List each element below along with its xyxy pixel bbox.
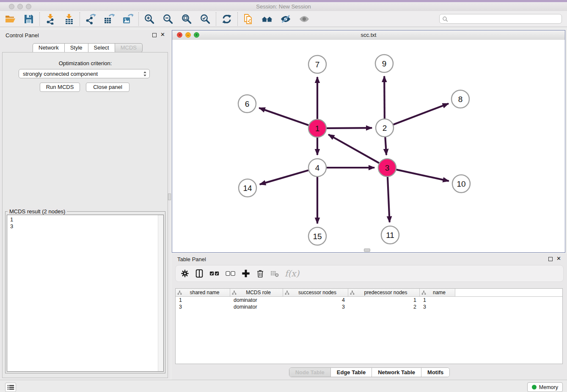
show-hidden-button[interactable] [297, 13, 311, 25]
session-title: Session: New Session [0, 3, 567, 10]
node-label: 11 [386, 231, 394, 240]
first-neighbors-button[interactable] [260, 13, 274, 25]
close-panel-button[interactable]: Close panel [86, 83, 129, 92]
table-cell[interactable]: 3 [283, 304, 348, 310]
table-float-panel-icon[interactable] [548, 257, 553, 261]
select-all-columns-button[interactable] [209, 268, 220, 279]
table-cell[interactable]: 2 [348, 304, 420, 310]
table-row[interactable]: 1dominator411 [176, 297, 562, 304]
node-label: 14 [243, 184, 252, 193]
graph-edge-2-3[interactable] [385, 137, 386, 155]
show-column-button[interactable] [195, 268, 204, 279]
node-label: 10 [457, 179, 465, 188]
tab-select[interactable]: Select [88, 43, 115, 52]
graph-node-9[interactable]: 9 [375, 55, 393, 72]
import-table-button[interactable] [62, 13, 76, 25]
open-session-button[interactable] [3, 13, 17, 25]
graph-node-11[interactable]: 11 [381, 226, 399, 244]
task-history-button[interactable] [5, 383, 16, 392]
panel-splitter-grip[interactable] [168, 193, 171, 200]
refresh-view-button[interactable] [220, 13, 234, 25]
network-canvas[interactable]: 7968124314101511 [172, 40, 565, 252]
graph-edge-2-9[interactable] [384, 76, 385, 119]
hierarchy-icon [348, 290, 355, 295]
graph-node-1[interactable]: 1 [308, 119, 326, 137]
table-cell[interactable]: 1 [176, 297, 230, 303]
tab-edge-table[interactable]: Edge Table [330, 368, 372, 377]
zoom-out-button[interactable] [161, 13, 175, 25]
toolbar-separator [39, 12, 40, 26]
export-network-button[interactable] [84, 13, 97, 25]
table-panel-header: Table Panel ✕ [172, 254, 567, 265]
graph-edge-1-6[interactable] [259, 108, 308, 125]
node-table-body: 1dominator4113dominator323 [176, 297, 562, 310]
canvas-hscroll-thumb[interactable] [364, 248, 370, 252]
deselect-all-columns-button[interactable] [226, 268, 236, 279]
table-cell[interactable]: dominator [230, 297, 283, 303]
tab-mcds[interactable]: MCDS [115, 43, 143, 52]
tab-network-table[interactable]: Network Table [372, 368, 421, 377]
tab-node-table[interactable]: Node Table [289, 368, 330, 377]
graph-node-15[interactable]: 15 [308, 227, 326, 245]
memory-button[interactable]: Memory [527, 382, 563, 392]
zoom-in-button[interactable] [143, 13, 156, 25]
graph-node-2[interactable]: 2 [376, 119, 394, 137]
column-header-shared-name[interactable]: shared name [176, 289, 230, 296]
table-cell[interactable]: 1 [420, 297, 455, 303]
toolbar-group [220, 13, 234, 25]
float-panel-icon[interactable] [152, 33, 157, 37]
zoom-selected-button[interactable] [198, 13, 212, 25]
table-cell[interactable]: 3 [176, 304, 230, 310]
graph-node-8[interactable]: 8 [451, 90, 469, 108]
hide-selected-button[interactable] [279, 13, 292, 25]
tab-network[interactable]: Network [33, 43, 65, 52]
search-input[interactable] [448, 15, 561, 22]
save-session-button[interactable] [22, 13, 36, 25]
graph-node-4[interactable]: 4 [308, 159, 326, 177]
close-panel-icon[interactable]: ✕ [160, 32, 165, 38]
table-cell[interactable]: dominator [230, 304, 283, 310]
clone-network-button[interactable] [242, 13, 255, 25]
graph-edge-2-8[interactable] [394, 104, 449, 125]
table-cell[interactable]: 1 [348, 297, 420, 303]
graph-svg: 7968124314101511 [172, 40, 565, 252]
delete-column-button[interactable] [256, 268, 264, 279]
graph-edge-4-14[interactable] [260, 170, 308, 184]
tab-style[interactable]: Style [65, 43, 88, 52]
mcds-result-list[interactable]: 13 [7, 215, 164, 372]
table-cell[interactable]: 4 [283, 297, 348, 303]
graph-node-14[interactable]: 14 [239, 179, 256, 197]
graph-edge-3-11[interactable] [388, 177, 390, 222]
graph-node-7[interactable]: 7 [308, 55, 326, 73]
graph-node-3[interactable]: 3 [378, 159, 396, 177]
add-column-button[interactable] [242, 268, 250, 279]
optimization-criterion-dropdown[interactable]: strongly connected component [19, 69, 150, 78]
table-row[interactable]: 3dominator323 [176, 304, 562, 310]
import-network-button[interactable] [44, 13, 57, 25]
result-scrollbar[interactable] [158, 215, 163, 371]
export-image-button[interactable] [121, 13, 135, 25]
graph-node-10[interactable]: 10 [452, 175, 470, 193]
node-label: 15 [313, 232, 322, 241]
graph-node-6[interactable]: 6 [238, 95, 256, 113]
column-header-predecessor-nodes[interactable]: predecessor nodes [348, 289, 420, 296]
search-field[interactable] [439, 14, 562, 24]
table-close-panel-icon[interactable]: ✕ [556, 256, 561, 262]
control-panel-tabs: NetworkStyleSelectMCDS [33, 43, 143, 52]
graph-edge-1-2[interactable] [327, 128, 372, 128]
cytoscape-screen: Session: New Session Control Panel ✕ Net… [0, 0, 567, 392]
graph-edge-3-1[interactable] [328, 135, 379, 163]
node-table: shared nameMCDS rolesuccessor nodesprede… [175, 288, 563, 364]
export-table-button[interactable] [102, 13, 116, 25]
column-header-successor-nodes[interactable]: successor nodes [283, 289, 348, 296]
run-mcds-button[interactable]: Run MCDS [40, 83, 80, 92]
tab-motifs[interactable]: Motifs [421, 368, 449, 377]
zoom-fit-button[interactable] [180, 13, 193, 25]
node-label: 4 [315, 163, 320, 172]
table-options-button[interactable] [181, 268, 189, 279]
column-header-MCDS-role[interactable]: MCDS role [230, 289, 283, 296]
dropdown-stepper-icon [143, 71, 147, 77]
graph-edge-3-10[interactable] [396, 170, 449, 181]
column-header-name[interactable]: name [420, 289, 455, 296]
table-cell[interactable]: 3 [420, 304, 455, 310]
